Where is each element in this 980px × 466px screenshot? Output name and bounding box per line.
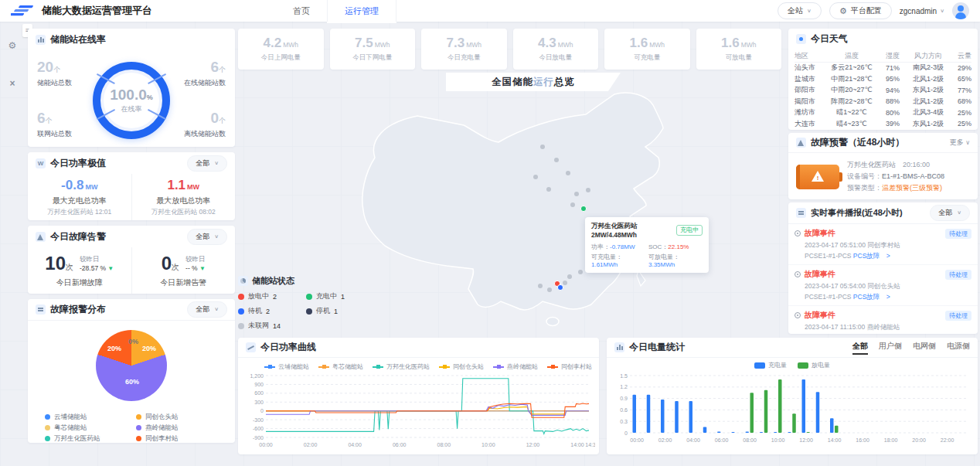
gauge-stat: 20个储能站总数 <box>37 60 99 88</box>
event-more-arrow[interactable]: > <box>880 293 890 301</box>
warning-type-label: 预警类型： <box>847 184 882 192</box>
filter-value: 全部 <box>196 232 209 242</box>
event-item[interactable]: 故障事件待处理2023-04-17 11:15:00 燕岭储能站PCSE1-#2… <box>788 306 978 334</box>
tooltip-row: 功率：-0.78MW <box>591 243 645 251</box>
user-menu[interactable]: zgcnadmin ∨ <box>900 7 944 15</box>
station-dot-blue[interactable] <box>557 284 563 290</box>
kpi-value: 1.6 <box>721 36 740 50</box>
svg-text:20:00: 20:00 <box>912 437 926 443</box>
station-dot-gray[interactable] <box>566 171 570 175</box>
rail-gear-icon[interactable]: ⚙ <box>7 40 18 51</box>
bar-legend-item[interactable]: 充电量 <box>754 361 787 369</box>
compare-label: 较昨日 <box>80 254 114 264</box>
station-dot-gray[interactable] <box>533 175 538 179</box>
weather-row: 大连市晴4~23℃39%东风1-2级25% <box>795 118 971 130</box>
status-label: 放电中 <box>248 291 269 301</box>
more-link[interactable]: 更多 ∨ <box>950 138 970 148</box>
kpi-unit: MWh <box>558 41 573 49</box>
events-filter-select[interactable]: 全部∨ <box>930 205 970 221</box>
kpi-label: 今日上网电量 <box>261 53 301 63</box>
station-dot-gray[interactable] <box>567 274 572 279</box>
weather-cell: 大连市 <box>795 119 824 129</box>
event-more-arrow[interactable]: > <box>880 252 890 260</box>
platform-config-button[interactable]: ⚙ 平台配置 <box>829 2 892 19</box>
curve-legend-item[interactable]: 万邦生化医药站 <box>373 362 430 371</box>
china-outline <box>362 93 663 310</box>
station-dot-gray[interactable] <box>538 284 543 288</box>
app-header: 储能大数据运营管理平台 首页运行管理 全站 ∨ ⚙ 平台配置 zgcnadmin… <box>0 0 980 22</box>
energy-tab-1[interactable]: 用户侧 <box>879 341 902 355</box>
event-fault-link[interactable]: PCS故障 <box>853 293 880 301</box>
bar-legend-item[interactable]: 放电量 <box>798 361 830 369</box>
svg-text:0: 0 <box>624 430 628 436</box>
legend-label: 放电量 <box>812 361 830 369</box>
power-filter-select[interactable]: 全部∨ <box>187 155 227 172</box>
weather-row: 盐城市中雨21~28℃95%北风1-2级65% <box>795 73 971 85</box>
curve-legend-item[interactable]: 云埔储能站 <box>264 362 309 371</box>
charge-bar <box>830 418 834 433</box>
line-chart-icon <box>246 342 256 352</box>
banner-text: 总览 <box>554 76 575 89</box>
curve-legend-item[interactable]: 粤芯储能站 <box>318 362 363 371</box>
tooltip-key: 可放电量： <box>648 253 679 260</box>
compare-delta: -28.57 % ▼ <box>80 264 114 274</box>
fault-alarm-body: 10次较昨日-28.57 % ▼今日新增故障0次较昨日-- % ▼今日新增告警 <box>28 247 235 294</box>
station-dot-gray[interactable] <box>540 145 545 149</box>
svg-text:900: 900 <box>254 382 264 387</box>
curve-legend-item[interactable]: 燕岭储能站 <box>493 362 538 371</box>
event-item[interactable]: 故障事件待处理2023-04-17 05:51:00 同创李村站PCSE1-#1… <box>788 224 978 265</box>
tab-operation[interactable]: 运行管理 <box>327 0 396 22</box>
event-status-badge: 待处理 <box>945 229 971 239</box>
station-dot-gray[interactable] <box>563 281 567 285</box>
pie-legend-item[interactable]: 云埔储能站 <box>45 412 136 422</box>
legend-line-icon <box>264 366 275 368</box>
stat-unit: 个 <box>219 117 226 124</box>
stat-label: 离线储能站数 <box>164 129 226 139</box>
extreme-label: 最大放电总功率 <box>156 196 210 206</box>
avatar[interactable] <box>952 2 969 19</box>
svg-text:04:00: 04:00 <box>348 442 362 447</box>
pie-legend-item[interactable]: 粤芯储能站 <box>45 423 136 433</box>
curve-legend: 云埔储能站粤芯储能站万邦生化医药站同创仓头站燕岭储能站同创李村站 <box>238 358 599 371</box>
legend-dot-icon <box>136 425 141 430</box>
event-item[interactable]: 故障事件待处理2023-04-17 05:54:00 同创仓头站PCSE1-#1… <box>788 265 978 306</box>
station-dot-gray[interactable] <box>574 192 579 196</box>
card-title: 储能站在线率 <box>50 33 106 46</box>
fault-alarm-item: 10次较昨日-28.57 % ▼今日新增故障 <box>28 247 131 294</box>
pie-legend-item[interactable]: 同创仓头站 <box>136 412 227 422</box>
distribution-filter-select[interactable]: 全部∨ <box>187 301 227 318</box>
pie-legend-item[interactable]: 同创李村站 <box>136 434 227 444</box>
chevron-down-icon: ∨ <box>957 210 961 216</box>
energy-tab-0[interactable]: 全部 <box>852 341 868 355</box>
station-select[interactable]: 全站 ∨ <box>778 2 822 19</box>
weather-cell: 南风2-3级 <box>906 63 951 73</box>
station-dot-gray[interactable] <box>554 158 559 162</box>
weather-cell: 95% <box>880 75 906 83</box>
station-dot-gray[interactable] <box>546 187 551 192</box>
energy-tab-2[interactable]: 电网侧 <box>913 341 936 355</box>
charge-bar <box>731 432 735 433</box>
station-dot-gray[interactable] <box>578 270 583 274</box>
energy-tab-3[interactable]: 电源侧 <box>947 341 970 355</box>
pie-legend-item[interactable]: 万邦生化医药站 <box>45 434 136 444</box>
station-dot-green[interactable] <box>580 206 586 211</box>
weather-header-cell: 温度 <box>824 51 880 61</box>
alarm-filter-select[interactable]: 全部∨ <box>187 229 227 245</box>
stat-unit: 个 <box>46 117 53 124</box>
platform-config-label: 平台配置 <box>851 5 882 16</box>
station-dot-gray[interactable] <box>570 202 575 207</box>
pie-legend-item[interactable]: 燕岭储能站 <box>136 423 227 433</box>
event-fault-link[interactable]: PCS故障 <box>853 252 880 260</box>
extreme-unit: MW <box>187 183 199 191</box>
curve-legend-item[interactable]: 同创李村站 <box>547 362 592 371</box>
station-dot-gray[interactable] <box>547 287 552 292</box>
weather-cell: 晴4~23℃ <box>824 119 880 129</box>
pie-legend: 云埔储能站粤芯储能站万邦生化医药站同创仓头站燕岭储能站同创李村站 <box>45 412 227 444</box>
charge-bar <box>647 395 651 433</box>
tab-home[interactable]: 首页 <box>276 0 327 22</box>
warning-text: 万邦生化医药站 20:16:00 设备编号：E1-#1-BMS-A-BC08 预… <box>847 159 944 194</box>
curve-legend-item[interactable]: 同创仓头站 <box>439 362 484 371</box>
station-dot-gray[interactable] <box>586 188 590 192</box>
legend-label: 云埔储能站 <box>54 413 87 422</box>
rail-close-icon[interactable]: × <box>7 78 18 89</box>
